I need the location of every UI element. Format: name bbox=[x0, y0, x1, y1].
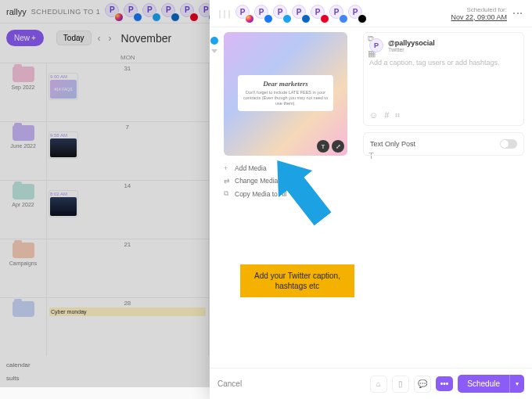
caption-input[interactable]: Add a caption, tag users or add hashtags… bbox=[369, 59, 518, 66]
template-icon[interactable]: ⌗ bbox=[395, 110, 400, 120]
post-tile[interactable]: 8:02 AM bbox=[49, 190, 78, 217]
header-channel-row: P P P P P P bbox=[105, 3, 216, 20]
facebook-icon bbox=[133, 13, 142, 22]
account-handle: @pallyysocial bbox=[388, 39, 435, 47]
sidebar-folder[interactable]: June 2022 bbox=[0, 121, 47, 180]
hashtag-icon[interactable]: # bbox=[384, 110, 389, 120]
calendar-day-cell[interactable]: 28Cyber monday bbox=[47, 297, 209, 356]
change-media-button[interactable]: ⇄Change Media bbox=[224, 174, 355, 187]
comment-button[interactable]: 💬 bbox=[414, 376, 431, 393]
text-only-row: Text Only Post bbox=[363, 132, 524, 156]
composer-panel: ||| P P P P P P P Scheduled for: Nov 22,… bbox=[210, 0, 532, 399]
media-body-text: Don't forget to include LATE FEES in you… bbox=[243, 90, 329, 106]
channel-chip[interactable]: P bbox=[292, 5, 309, 22]
schedule-dropdown-button[interactable]: ▾ bbox=[509, 375, 524, 393]
facebook-icon bbox=[264, 14, 273, 23]
tag-button[interactable]: ⌂ bbox=[370, 376, 387, 393]
sidebar-folder[interactable]: Sep 2022 bbox=[0, 63, 47, 121]
prev-month-button[interactable]: ‹ bbox=[96, 33, 102, 44]
text-only-label: Text Only Post bbox=[370, 140, 415, 148]
account-network: Twitter bbox=[388, 47, 435, 52]
calendar-day-cell[interactable]: 21 bbox=[47, 239, 209, 297]
instagram-icon bbox=[245, 14, 254, 23]
post-tile[interactable]: 9:58 AM bbox=[49, 131, 78, 159]
channel-chip[interactable]: P bbox=[235, 5, 253, 22]
next-month-button[interactable]: › bbox=[107, 33, 113, 44]
add-media-button[interactable]: +Add Media bbox=[224, 162, 355, 174]
channel-chip[interactable]: P bbox=[254, 5, 271, 22]
scheduling-to-label: SCHEDULING TO 1 bbox=[31, 8, 101, 16]
twitter-icon bbox=[152, 13, 161, 22]
media-preview[interactable]: Dear marketers Don't forget to include L… bbox=[224, 32, 347, 156]
sidebar-folder[interactable]: Campaigns bbox=[0, 239, 47, 297]
weekday-mon: MON bbox=[47, 54, 209, 61]
instagram-icon bbox=[114, 13, 124, 22]
schedule-button[interactable]: Schedule bbox=[458, 375, 509, 393]
more-options-button[interactable]: ••• bbox=[436, 376, 454, 391]
channel-chip[interactable]: P bbox=[348, 5, 365, 22]
scheduled-for-label: Scheduled for: bbox=[451, 6, 507, 13]
month-label: November bbox=[121, 32, 172, 45]
media-title: Dear marketers bbox=[243, 80, 329, 88]
calendar-day-cell[interactable]: 148:02 AM bbox=[47, 180, 209, 239]
plus-icon: + bbox=[31, 34, 36, 42]
plus-icon: + bbox=[224, 164, 232, 172]
calendar-day-cell[interactable]: 319:00 AM#14 FAQS bbox=[47, 63, 209, 121]
tag-overlay-button[interactable]: T bbox=[317, 140, 329, 153]
text-only-toggle[interactable] bbox=[500, 139, 517, 149]
caption-card: P @pallyysocial Twitter Add a caption, t… bbox=[363, 32, 524, 126]
calendar-note[interactable]: Cyber monday bbox=[49, 307, 206, 316]
google-icon bbox=[339, 14, 348, 23]
post-tile[interactable]: 9:00 AM#14 FAQS bbox=[49, 73, 78, 100]
pinterest-icon bbox=[189, 13, 199, 22]
more-menu-button[interactable]: ⋮ bbox=[512, 8, 524, 19]
new-button[interactable]: New + bbox=[6, 30, 44, 46]
today-button[interactable]: Today bbox=[56, 31, 92, 45]
tiktok-icon bbox=[358, 14, 367, 23]
channel-chip[interactable]: P bbox=[311, 5, 328, 22]
linkedin-icon bbox=[171, 13, 180, 22]
expand-overlay-button[interactable]: ⤢ bbox=[332, 140, 344, 153]
calendar-day-cell[interactable]: 79:58 AM bbox=[47, 121, 209, 180]
sidebar-folder[interactable] bbox=[0, 297, 47, 356]
drag-handle-icon[interactable]: ||| bbox=[217, 9, 232, 18]
copy-media-button[interactable]: ⧉Copy Media to All bbox=[224, 187, 355, 200]
cancel-button[interactable]: Cancel bbox=[217, 379, 242, 388]
sidebar-folder[interactable]: Apr 2022 bbox=[0, 180, 47, 239]
twitter-indicator-icon bbox=[210, 37, 218, 45]
brand-label: rallyy bbox=[6, 7, 27, 16]
mobile-preview-button[interactable]: ▯ bbox=[392, 376, 409, 393]
collapse-icon[interactable] bbox=[211, 49, 217, 53]
linkedin-icon bbox=[301, 14, 311, 23]
copy-icon: ⧉ bbox=[224, 189, 232, 198]
annotation-label: Add your Twitter caption, hashtags etc bbox=[240, 264, 354, 297]
account-avatar: P bbox=[369, 38, 383, 52]
pinterest-icon bbox=[320, 14, 329, 23]
twitter-icon bbox=[282, 14, 292, 23]
swap-icon: ⇄ bbox=[224, 177, 232, 185]
channel-chip[interactable]: P bbox=[329, 5, 347, 22]
scheduled-datetime[interactable]: Nov 22, 09:00 AM bbox=[451, 13, 507, 21]
emoji-icon[interactable]: ☺ bbox=[369, 110, 378, 120]
channel-chip[interactable]: P bbox=[273, 5, 290, 22]
